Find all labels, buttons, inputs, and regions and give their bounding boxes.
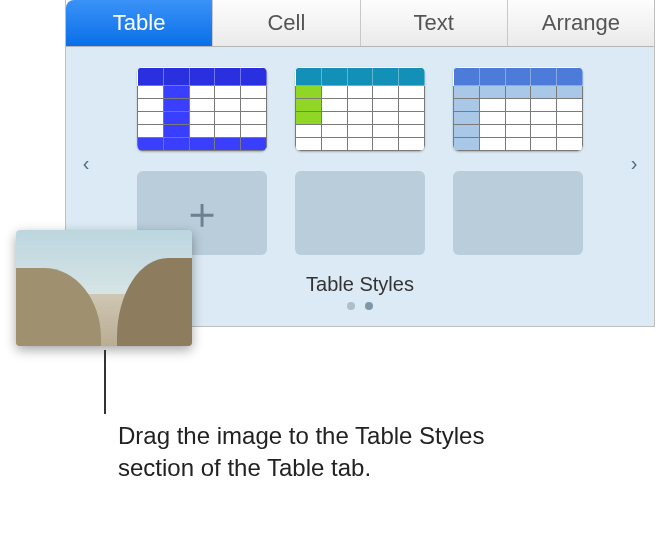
style-slot-empty[interactable] [453, 171, 583, 255]
table-style-preset-blue-bold[interactable] [137, 67, 267, 151]
styles-prev-button[interactable]: ‹ [72, 149, 100, 177]
inspector-tabbar: Table Cell Text Arrange [66, 0, 654, 47]
style-presets-row [66, 67, 654, 151]
style-slot-empty[interactable] [295, 171, 425, 255]
table-style-preset-teal-lime[interactable] [295, 67, 425, 151]
tab-table[interactable]: Table [66, 0, 213, 46]
tab-arrange[interactable]: Arrange [508, 0, 654, 46]
styles-next-button[interactable]: › [620, 149, 648, 177]
tab-text[interactable]: Text [361, 0, 508, 46]
page-dot[interactable] [347, 302, 355, 310]
callout-text: Drag the image to the Table Styles secti… [118, 420, 538, 485]
table-style-preset-soft-blue[interactable] [453, 67, 583, 151]
callout-leader-line [104, 350, 106, 414]
dragged-image-thumbnail[interactable] [16, 230, 192, 346]
tab-cell[interactable]: Cell [213, 0, 360, 46]
plus-icon: ＋ [180, 191, 224, 235]
page-dot-active[interactable] [365, 302, 373, 310]
